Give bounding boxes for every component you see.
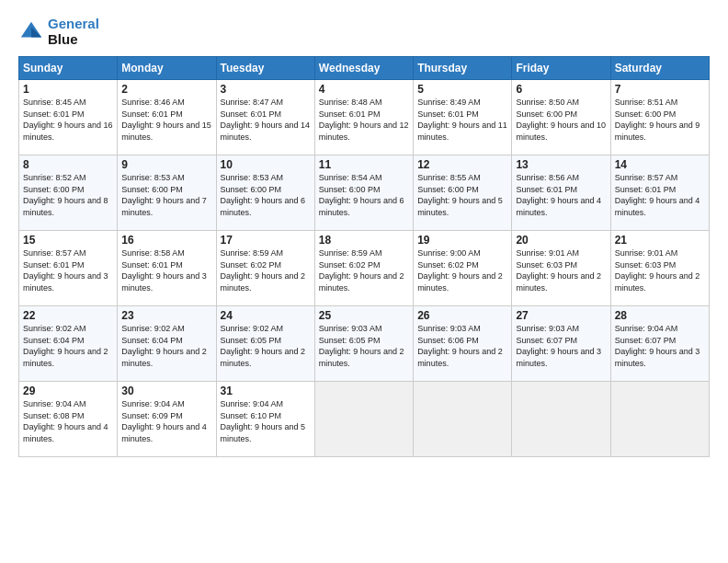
calendar-cell: 28 Sunrise: 9:04 AMSunset: 6:07 PMDaylig… <box>610 306 709 382</box>
col-header-tuesday: Tuesday <box>216 57 314 80</box>
day-info: Sunrise: 8:53 AMSunset: 6:00 PMDaylight:… <box>121 173 207 217</box>
calendar-cell: 2 Sunrise: 8:46 AMSunset: 6:01 PMDayligh… <box>118 80 216 155</box>
day-info: Sunrise: 8:45 AMSunset: 6:01 PMDaylight:… <box>23 98 113 142</box>
calendar-cell: 17 Sunrise: 8:59 AMSunset: 6:02 PMDaylig… <box>216 231 314 306</box>
calendar-cell: 3 Sunrise: 8:47 AMSunset: 6:01 PMDayligh… <box>216 80 314 155</box>
day-info: Sunrise: 8:48 AMSunset: 6:01 PMDaylight:… <box>319 98 409 142</box>
calendar-week-row: 1 Sunrise: 8:45 AMSunset: 6:01 PMDayligh… <box>19 80 710 155</box>
day-number: 5 <box>417 83 507 96</box>
day-number: 19 <box>417 234 507 247</box>
page: General Blue SundayMondayTuesdayWednesda… <box>0 0 728 563</box>
logo-text: General Blue <box>48 17 99 47</box>
calendar-cell: 13 Sunrise: 8:56 AMSunset: 6:01 PMDaylig… <box>512 155 610 231</box>
day-number: 7 <box>615 83 705 96</box>
calendar-table: SundayMondayTuesdayWednesdayThursdayFrid… <box>18 56 710 457</box>
col-header-sunday: Sunday <box>19 57 118 80</box>
day-info: Sunrise: 8:49 AMSunset: 6:01 PMDaylight:… <box>417 98 507 142</box>
day-number: 15 <box>23 234 113 247</box>
calendar-cell <box>414 382 512 457</box>
day-number: 8 <box>23 158 113 171</box>
day-info: Sunrise: 9:04 AMSunset: 6:08 PMDaylight:… <box>23 399 108 443</box>
calendar-cell: 15 Sunrise: 8:57 AMSunset: 6:01 PMDaylig… <box>19 231 118 306</box>
day-info: Sunrise: 8:57 AMSunset: 6:01 PMDaylight:… <box>23 248 108 293</box>
calendar-cell <box>512 382 610 457</box>
day-number: 28 <box>615 309 705 322</box>
calendar-cell: 20 Sunrise: 9:01 AMSunset: 6:03 PMDaylig… <box>512 231 610 306</box>
day-number: 11 <box>319 158 409 171</box>
calendar-cell: 29 Sunrise: 9:04 AMSunset: 6:08 PMDaylig… <box>19 382 118 457</box>
calendar-cell: 1 Sunrise: 8:45 AMSunset: 6:01 PMDayligh… <box>19 80 118 155</box>
day-info: Sunrise: 8:56 AMSunset: 6:01 PMDaylight:… <box>516 173 601 217</box>
calendar-cell: 9 Sunrise: 8:53 AMSunset: 6:00 PMDayligh… <box>118 155 216 231</box>
day-number: 3 <box>221 83 311 96</box>
col-header-wednesday: Wednesday <box>314 57 413 80</box>
col-header-monday: Monday <box>118 57 216 80</box>
calendar-cell: 27 Sunrise: 9:03 AMSunset: 6:07 PMDaylig… <box>512 306 610 382</box>
calendar-cell: 26 Sunrise: 9:03 AMSunset: 6:06 PMDaylig… <box>414 306 512 382</box>
calendar-week-row: 22 Sunrise: 9:02 AMSunset: 6:04 PMDaylig… <box>19 306 710 382</box>
day-info: Sunrise: 8:59 AMSunset: 6:02 PMDaylight:… <box>221 248 306 293</box>
day-number: 13 <box>516 158 606 171</box>
calendar-cell: 31 Sunrise: 9:04 AMSunset: 6:10 PMDaylig… <box>216 382 314 457</box>
day-info: Sunrise: 9:03 AMSunset: 6:06 PMDaylight:… <box>417 324 503 368</box>
logo: General Blue <box>18 17 99 47</box>
day-number: 16 <box>121 234 211 247</box>
day-number: 23 <box>121 309 211 322</box>
day-number: 10 <box>221 158 311 171</box>
day-number: 29 <box>23 385 113 397</box>
day-info: Sunrise: 8:57 AMSunset: 6:01 PMDaylight:… <box>615 173 700 217</box>
calendar-cell: 24 Sunrise: 9:02 AMSunset: 6:05 PMDaylig… <box>216 306 314 382</box>
logo-icon <box>18 19 44 45</box>
calendar-header-row: SundayMondayTuesdayWednesdayThursdayFrid… <box>19 57 710 80</box>
calendar-cell: 12 Sunrise: 8:55 AMSunset: 6:00 PMDaylig… <box>414 155 512 231</box>
day-number: 27 <box>516 309 606 322</box>
calendar-cell <box>314 382 413 457</box>
day-number: 6 <box>516 83 606 96</box>
day-number: 1 <box>23 83 113 96</box>
calendar-cell: 7 Sunrise: 8:51 AMSunset: 6:00 PMDayligh… <box>610 80 709 155</box>
day-info: Sunrise: 8:47 AMSunset: 6:01 PMDaylight:… <box>221 98 311 142</box>
day-number: 9 <box>121 158 211 171</box>
day-info: Sunrise: 9:03 AMSunset: 6:07 PMDaylight:… <box>516 324 601 368</box>
calendar-cell: 11 Sunrise: 8:54 AMSunset: 6:00 PMDaylig… <box>314 155 413 231</box>
calendar-cell: 16 Sunrise: 8:58 AMSunset: 6:01 PMDaylig… <box>118 231 216 306</box>
day-info: Sunrise: 8:54 AMSunset: 6:00 PMDaylight:… <box>319 173 404 217</box>
day-info: Sunrise: 8:50 AMSunset: 6:00 PMDaylight:… <box>516 98 606 142</box>
day-info: Sunrise: 8:59 AMSunset: 6:02 PMDaylight:… <box>319 248 404 293</box>
col-header-friday: Friday <box>512 57 610 80</box>
day-info: Sunrise: 9:03 AMSunset: 6:05 PMDaylight:… <box>319 324 404 368</box>
day-number: 14 <box>615 158 705 171</box>
col-header-thursday: Thursday <box>414 57 512 80</box>
day-number: 21 <box>615 234 705 247</box>
day-number: 22 <box>23 309 113 322</box>
calendar-cell: 14 Sunrise: 8:57 AMSunset: 6:01 PMDaylig… <box>610 155 709 231</box>
calendar-week-row: 15 Sunrise: 8:57 AMSunset: 6:01 PMDaylig… <box>19 231 710 306</box>
day-number: 17 <box>221 234 311 247</box>
day-info: Sunrise: 9:02 AMSunset: 6:05 PMDaylight:… <box>221 324 306 368</box>
day-info: Sunrise: 8:52 AMSunset: 6:00 PMDaylight:… <box>23 173 108 217</box>
day-number: 12 <box>417 158 507 171</box>
calendar-cell: 19 Sunrise: 9:00 AMSunset: 6:02 PMDaylig… <box>414 231 512 306</box>
day-number: 26 <box>417 309 507 322</box>
day-number: 4 <box>319 83 409 96</box>
day-number: 20 <box>516 234 606 247</box>
calendar-cell: 21 Sunrise: 9:01 AMSunset: 6:03 PMDaylig… <box>610 231 709 306</box>
calendar-cell: 18 Sunrise: 8:59 AMSunset: 6:02 PMDaylig… <box>314 231 413 306</box>
day-number: 25 <box>319 309 409 322</box>
day-info: Sunrise: 9:04 AMSunset: 6:09 PMDaylight:… <box>121 399 207 443</box>
calendar-cell: 4 Sunrise: 8:48 AMSunset: 6:01 PMDayligh… <box>314 80 413 155</box>
calendar-week-row: 29 Sunrise: 9:04 AMSunset: 6:08 PMDaylig… <box>19 382 710 457</box>
day-info: Sunrise: 8:46 AMSunset: 6:01 PMDaylight:… <box>121 98 211 142</box>
day-info: Sunrise: 9:01 AMSunset: 6:03 PMDaylight:… <box>516 248 601 293</box>
day-info: Sunrise: 9:02 AMSunset: 6:04 PMDaylight:… <box>23 324 108 368</box>
day-info: Sunrise: 8:53 AMSunset: 6:00 PMDaylight:… <box>221 173 306 217</box>
day-info: Sunrise: 9:00 AMSunset: 6:02 PMDaylight:… <box>417 248 503 293</box>
day-number: 2 <box>121 83 211 96</box>
col-header-saturday: Saturday <box>610 57 709 80</box>
day-info: Sunrise: 8:58 AMSunset: 6:01 PMDaylight:… <box>121 248 207 293</box>
calendar-cell: 8 Sunrise: 8:52 AMSunset: 6:00 PMDayligh… <box>19 155 118 231</box>
day-info: Sunrise: 9:01 AMSunset: 6:03 PMDaylight:… <box>615 248 700 293</box>
header: General Blue <box>18 17 710 47</box>
calendar-cell: 5 Sunrise: 8:49 AMSunset: 6:01 PMDayligh… <box>414 80 512 155</box>
day-info: Sunrise: 8:51 AMSunset: 6:00 PMDaylight:… <box>615 98 700 142</box>
